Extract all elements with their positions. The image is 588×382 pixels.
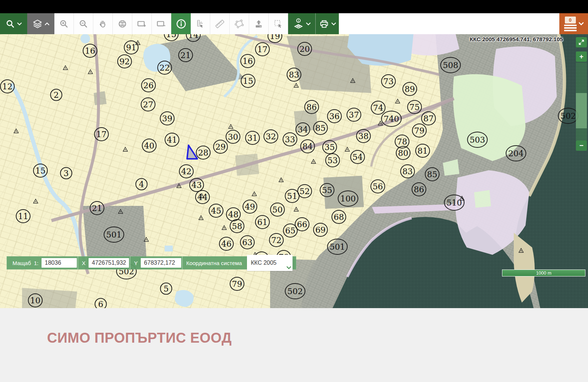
zoom-box-in-button[interactable] bbox=[132, 13, 152, 34]
map-canvas[interactable]: 1221691921514212226273919171615208373895… bbox=[0, 34, 588, 308]
print-button[interactable] bbox=[315, 13, 339, 34]
full-extent-button[interactable] bbox=[113, 13, 132, 34]
expand-icon bbox=[578, 39, 584, 45]
chevron-down-icon bbox=[287, 264, 291, 271]
select-rectangle-button[interactable] bbox=[269, 13, 288, 34]
scale-prefix: 1: bbox=[34, 260, 42, 266]
crs-selected-value: ККС 2005 bbox=[251, 260, 276, 266]
identify-button[interactable] bbox=[171, 13, 191, 34]
selection-list-button[interactable]: 0 bbox=[559, 13, 588, 34]
info-grid-icon bbox=[293, 18, 304, 30]
scale-label: Мащаб bbox=[10, 260, 34, 266]
crs-label: Координатна система bbox=[183, 260, 245, 266]
cursor-coordinates-readout: ККС 2005 4726954.741, 678792.105 bbox=[470, 36, 563, 43]
layers-icon bbox=[32, 19, 43, 29]
rect-plus-icon bbox=[137, 19, 147, 29]
zoom-slider-handle[interactable] bbox=[576, 93, 587, 128]
selection-count-badge: 0 bbox=[565, 17, 576, 24]
magnifier-plus-icon bbox=[59, 19, 69, 29]
top-black-bar bbox=[0, 0, 588, 13]
scalebar-label: 1000 m bbox=[536, 271, 552, 276]
y-coordinate-input[interactable] bbox=[141, 258, 181, 268]
layers-button[interactable] bbox=[27, 13, 54, 34]
identify-all-layers-button[interactable] bbox=[288, 13, 315, 34]
hand-icon bbox=[98, 19, 108, 29]
profile-tool-button[interactable] bbox=[191, 13, 210, 34]
x-coordinate-input[interactable] bbox=[89, 258, 129, 268]
magnifier-minus-icon bbox=[79, 19, 88, 29]
chevron-down-icon bbox=[331, 22, 336, 25]
upload-button[interactable] bbox=[249, 13, 269, 34]
y-label: Y bbox=[131, 260, 141, 266]
map-statusbar: Мащаб 1: X Y Координатна система ККС 200… bbox=[7, 256, 296, 269]
zoom-box-out-button[interactable] bbox=[152, 13, 171, 34]
polygon-icon bbox=[234, 19, 244, 29]
measure-area-button[interactable] bbox=[230, 13, 249, 34]
globe-icon bbox=[118, 19, 127, 29]
chevron-down-icon bbox=[579, 22, 584, 25]
zoom-out-button[interactable] bbox=[74, 13, 93, 34]
map-scalebar: 1000 m bbox=[502, 269, 585, 276]
zoom-out-map-button[interactable]: − bbox=[576, 140, 587, 151]
pan-button[interactable] bbox=[93, 13, 113, 34]
fullscreen-button[interactable] bbox=[576, 37, 587, 47]
upload-icon bbox=[254, 19, 263, 29]
scale-input[interactable] bbox=[42, 258, 77, 268]
rect-minus-icon bbox=[156, 19, 166, 29]
magnifier-icon bbox=[6, 19, 15, 29]
info-circle-icon bbox=[176, 18, 187, 29]
ruler-icon bbox=[215, 19, 225, 29]
x-label: X bbox=[79, 260, 89, 266]
chevron-down-icon bbox=[17, 22, 22, 25]
measure-distance-button[interactable] bbox=[210, 13, 230, 34]
zoom-in-button[interactable] bbox=[54, 13, 74, 34]
dashed-select-icon bbox=[273, 19, 283, 29]
chevron-down-icon bbox=[306, 22, 311, 25]
map-toolbar: 0 bbox=[0, 13, 588, 34]
list-badge-icon: 0 bbox=[564, 17, 577, 31]
ruler-chart-icon bbox=[196, 19, 205, 29]
zoom-in-map-button[interactable]: + bbox=[576, 51, 587, 62]
search-button[interactable] bbox=[0, 13, 27, 34]
printer-icon bbox=[319, 19, 329, 29]
chevron-up-icon bbox=[45, 22, 49, 25]
company-name: СИМО ПРОПЪРТИС ЕООД bbox=[0, 308, 588, 346]
crs-select[interactable]: ККС 2005 bbox=[247, 255, 293, 271]
page-footer: СИМО ПРОПЪРТИС ЕООД bbox=[0, 308, 588, 382]
